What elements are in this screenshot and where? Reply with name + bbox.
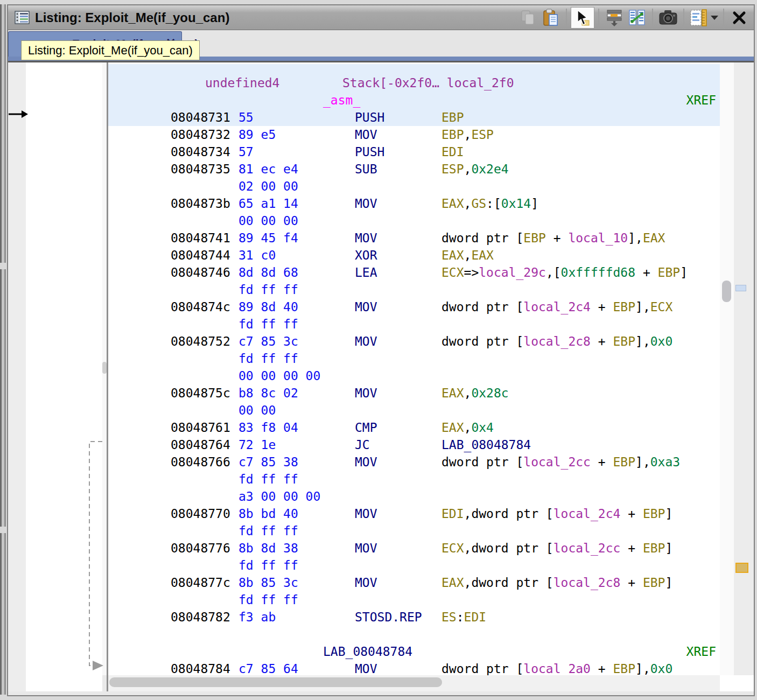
address-field[interactable]: 0804873b [171,195,230,212]
address-field[interactable]: 08048770 [171,505,230,522]
vertical-scrollbar[interactable] [720,62,734,675]
operand-reg[interactable]: EAX [441,248,464,262]
listing-viewport[interactable]: undefined4Stack[-0x2f0… local_2f0_asm_XR… [108,62,720,675]
operand-var[interactable]: local_2c8 [553,576,621,590]
bytes-field[interactable]: 8b 8d 38 [239,540,298,557]
gutter-scrollbar-thumb[interactable] [102,362,107,374]
operand-pln[interactable]: dword ptr [ [441,334,523,348]
operands-field[interactable]: EDI [441,143,464,160]
listing-row[interactable] [108,626,720,643]
operand-pln[interactable]: :[ [486,197,501,211]
listing-row[interactable]: 0804874431 c0XOREAX,EAX [108,247,720,264]
operand-reg[interactable]: ECX [441,265,464,279]
operands-field[interactable]: dword ptr [local_2a0 + EBP],0x0 [441,660,672,675]
operands-field[interactable]: EDI,dword ptr [local_2c4 + EBP] [441,505,672,522]
mnemonic-field[interactable]: MOV [355,540,377,557]
operand-pln[interactable]: ] [680,265,688,279]
listing-row[interactable]: fd ff ff [108,557,720,574]
operand-imm[interactable]: 0x0 [650,662,673,675]
operand-pln[interactable]: + [620,576,643,590]
operand-pln[interactable]: ] [665,541,672,555]
bytes-field[interactable]: 89 45 f4 [239,229,298,247]
mnemonic-field[interactable]: MOV [355,229,377,247]
mnemonic-field[interactable]: MOV [355,574,377,591]
operand-reg[interactable]: EAX [471,248,494,262]
operand-pln[interactable]: + [635,265,658,279]
address-field[interactable]: 08048752 [171,333,230,350]
operands-field[interactable]: EAX,GS:[0x14] [441,195,538,212]
operand-pln[interactable]: ], [628,231,643,245]
outer-splitter-rail[interactable] [0,533,6,695]
operand-pln[interactable]: ] [665,576,672,590]
mnemonic-field[interactable]: LEA [355,264,377,281]
operand-pln[interactable]: dword ptr [ [441,455,523,469]
bytes-field[interactable]: 81 ec e4 [239,160,298,178]
address-field[interactable]: 08048731 [171,109,230,126]
operand-reg[interactable]: EAX [441,386,464,400]
operand-pln[interactable]: ], [635,334,650,348]
operand-imm[interactable]: 0x0 [650,334,673,348]
operand-reg[interactable]: EBP [441,128,464,142]
listing-row[interactable]: LAB_08048784XREF [108,643,720,660]
mnemonic-field[interactable]: MOV [355,298,377,316]
operand-pln[interactable]: , [464,162,472,176]
operands-field[interactable]: dword ptr [EBP + local_10],EAX [441,229,665,247]
operand-pln[interactable]: dword ptr [ [441,231,523,245]
cursor-location-toggle[interactable] [571,7,594,29]
mnemonic-field[interactable]: CMP [355,419,377,436]
operand-pln[interactable]: ] [531,197,538,211]
bytes-field[interactable]: fd ff ff [239,350,298,367]
address-field[interactable]: 08048735 [171,160,230,178]
operand-pln[interactable]: + [591,662,613,675]
listing-row[interactable]: 080487468d 8d 68LEAECX=>local_29c,[0xfff… [108,264,720,281]
operand-pln[interactable]: + [591,334,613,348]
datatype-field[interactable]: undefined4 [205,74,279,92]
operands-field[interactable]: ES:EDI [441,608,486,626]
operand-var[interactable]: local_2c4 [553,507,621,521]
listing-row[interactable]: 02 00 00 [108,178,720,195]
operand-var[interactable]: local_2c4 [523,300,591,314]
toggle-expand-button[interactable] [603,7,626,29]
listing-row[interactable]: 00 00 00 00 [108,367,720,384]
operands-field[interactable]: ESP,0x2e4 [441,160,509,178]
listing-row[interactable]: 0804874189 45 f4MOVdword ptr [EBP + loca… [108,229,720,247]
operand-pln[interactable]: => [464,265,479,279]
operand-pln[interactable]: + [591,455,613,469]
mnemonic-field[interactable]: MOV [355,333,377,350]
bytes-field[interactable]: 89 e5 [239,126,276,143]
listing-row[interactable]: 0804877c8b 85 3cMOVEAX,dword ptr [local_… [108,574,720,591]
operands-field[interactable]: EBP [441,109,464,126]
bytes-field[interactable]: fd ff ff [239,281,298,298]
operand-var[interactable]: local_2a0 [523,662,591,675]
address-field[interactable]: 08048766 [171,453,230,471]
bytes-field[interactable]: 55 [239,109,254,126]
bookmark-marker[interactable] [735,563,748,573]
address-field[interactable]: 08048734 [171,143,230,160]
chevron-down-icon[interactable] [711,16,718,20]
listing-row[interactable]: 08048766c7 85 38MOVdword ptr [local_2cc … [108,453,720,471]
operand-imm[interactable]: 0xa3 [650,455,680,469]
operand-reg[interactable]: EBP [643,507,665,521]
operand-reg[interactable]: EAX [441,421,464,435]
operands-field[interactable]: dword ptr [local_2c8 + EBP],0x0 [441,333,672,350]
operand-pln[interactable]: + [546,231,569,245]
operand-pln[interactable]: , [464,197,472,211]
operand-reg[interactable]: ECX [441,541,464,555]
listing-row[interactable]: 0804873457PUSHEDI [108,143,720,160]
operand-pln[interactable]: ], [635,662,650,675]
operands-field[interactable]: EAX,dword ptr [local_2c8 + EBP] [441,574,672,591]
operand-reg[interactable]: ESP [471,128,494,142]
operand-reg[interactable]: EBP [643,541,665,555]
operand-pln[interactable]: ,dword ptr [ [464,576,553,590]
operand-imm[interactable]: 0x14 [501,197,531,211]
operand-reg[interactable]: EBP [613,662,636,675]
bytes-field[interactable]: fd ff ff [239,522,298,540]
bytes-field[interactable]: 65 a1 14 [239,195,298,212]
outer-splitter-rail[interactable] [0,269,6,527]
operand-reg[interactable]: EAX [441,576,464,590]
operand-reg[interactable]: EBP [643,576,665,590]
listing-row[interactable]: 0804876472 1eJCLAB_08048784 [108,436,720,453]
operand-pln[interactable]: dword ptr [ [441,662,523,675]
bytes-field[interactable]: fd ff ff [239,471,298,488]
listing-row[interactable]: fd ff ff [108,316,720,333]
